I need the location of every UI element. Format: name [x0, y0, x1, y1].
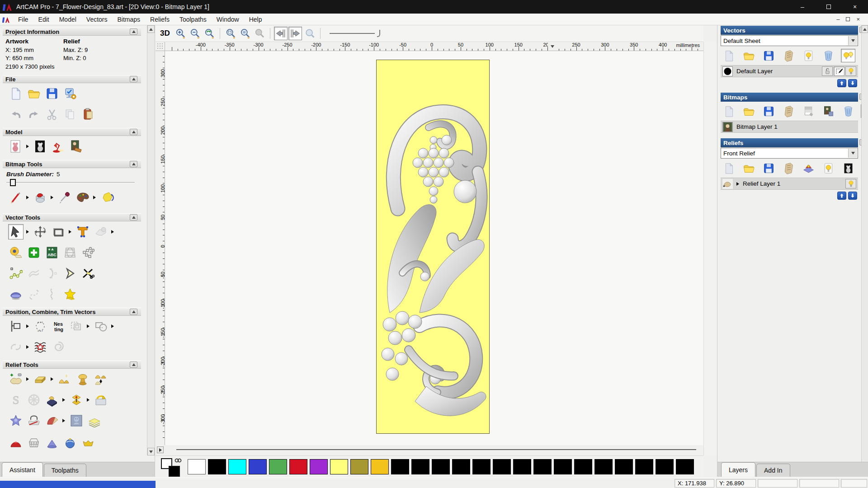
copy-gray-icon[interactable]	[62, 107, 78, 122]
flood-fill-icon[interactable]	[33, 190, 48, 205]
flyout-arrow-icon[interactable]	[51, 196, 54, 199]
2d-view-canvas[interactable]	[165, 51, 703, 445]
palette-swatch[interactable]	[472, 459, 491, 474]
teddy-gray-icon[interactable]	[33, 139, 48, 154]
menu-item-edit[interactable]: Edit	[33, 14, 54, 24]
arrow-down-blue-icon[interactable]	[848, 192, 857, 200]
paint-pencil-icon[interactable]	[8, 190, 24, 205]
collapse-section-button[interactable]	[130, 28, 137, 35]
zoom-reset-icon[interactable]	[203, 27, 216, 40]
flyout-arrow-icon[interactable]	[26, 196, 30, 199]
scroll-up-button[interactable]	[862, 25, 868, 33]
page-gray-icon[interactable]	[722, 49, 736, 62]
emboss-face-icon[interactable]	[69, 413, 84, 428]
relief-stack-icon[interactable]	[44, 392, 60, 408]
menu-item-reliefs[interactable]: Reliefs	[145, 14, 175, 24]
collapse-section-button[interactable]	[130, 161, 137, 167]
shape-yellow-icon[interactable]	[80, 434, 96, 449]
flyout-arrow-icon[interactable]	[69, 230, 72, 234]
dots-pattern-icon[interactable]	[80, 245, 96, 260]
combine-grid-gray-icon[interactable]	[69, 319, 84, 334]
trim-x-icon[interactable]	[80, 266, 96, 281]
dropdown-arrow-icon[interactable]	[848, 149, 857, 158]
basket-gray-icon[interactable]	[26, 434, 42, 449]
cap-red-icon[interactable]	[8, 434, 24, 449]
teddy-color-icon[interactable]	[8, 139, 24, 154]
teddy-bw-icon[interactable]	[841, 161, 855, 175]
arrow-up-blue-icon[interactable]	[837, 79, 846, 87]
grayscale-card-icon[interactable]	[801, 104, 816, 118]
align-left-icon[interactable]	[8, 319, 24, 334]
page-gray-icon[interactable]	[722, 161, 736, 175]
transform-icon[interactable]	[33, 224, 48, 239]
palette-swatch[interactable]	[350, 459, 368, 474]
palette-swatch[interactable]	[371, 459, 389, 474]
next-view-icon[interactable]	[288, 27, 302, 40]
flyout-arrow-icon[interactable]	[26, 145, 30, 148]
relief-layer-thumbnail[interactable]	[722, 179, 733, 189]
text-circle-icon[interactable]: e x tc u r	[33, 319, 48, 334]
expand-layer-icon[interactable]	[736, 182, 739, 186]
arrow-down-blue-icon[interactable]	[848, 79, 857, 87]
menu-item-toolpaths[interactable]: Toolpaths	[175, 14, 212, 24]
mdi-close-button[interactable]: ×	[856, 16, 860, 23]
gold-offset-icon[interactable]	[93, 371, 108, 387]
color-picker-icon[interactable]	[57, 190, 72, 205]
star-blue-icon[interactable]	[8, 413, 24, 428]
paste-icon[interactable]	[80, 107, 96, 122]
artwork-relief-preview[interactable]	[376, 60, 490, 434]
brush-diameter-slider[interactable]	[6, 179, 135, 186]
zoom-out-icon[interactable]	[188, 27, 202, 40]
palette-swatch[interactable]	[411, 459, 429, 474]
text-tool-icon[interactable]	[75, 224, 90, 239]
bulb-doc-icon[interactable]	[801, 49, 816, 62]
polyline-icon[interactable]	[8, 266, 24, 281]
menu-item-help[interactable]: Help	[244, 14, 267, 24]
flyout-arrow-icon[interactable]	[26, 345, 30, 349]
sphere-blue-icon[interactable]	[62, 434, 78, 449]
collapse-section-button[interactable]	[130, 76, 137, 82]
palette-swatch[interactable]	[249, 459, 267, 474]
page-blue-icon[interactable]	[8, 86, 24, 101]
palette-swatch[interactable]	[656, 459, 674, 474]
zoom-box-icon[interactable]	[238, 27, 252, 40]
save-floppy-icon[interactable]	[761, 161, 776, 175]
link-colors-icon[interactable]	[175, 457, 182, 464]
gold-mushroom-icon[interactable]	[75, 371, 90, 387]
sketch-gray-icon[interactable]	[26, 266, 42, 281]
relief-layer-row[interactable]: Relief Layer 1	[721, 178, 858, 190]
open-folder-icon[interactable]	[741, 161, 756, 175]
merge-tan-icon[interactable]	[781, 49, 796, 62]
palette-swatch[interactable]	[594, 459, 613, 474]
cone-blue-icon[interactable]	[44, 434, 60, 449]
doctor-gray-icon[interactable]	[93, 224, 108, 239]
save-floppy-icon[interactable]	[761, 104, 776, 118]
palette-swatch[interactable]	[269, 459, 287, 474]
green-cross-icon[interactable]	[26, 245, 42, 260]
palette-swatch[interactable]	[574, 459, 592, 474]
scrollbar-track[interactable]	[176, 449, 696, 450]
nesting-text-icon[interactable]: Nesting	[51, 319, 66, 334]
join-gray-icon[interactable]	[8, 339, 24, 355]
palette-swatch[interactable]	[208, 459, 226, 474]
palette-swatch[interactable]	[615, 459, 633, 474]
arc-gray-icon[interactable]	[44, 266, 60, 281]
page-gray-icon[interactable]	[722, 104, 736, 118]
snap-pen-icon[interactable]	[834, 66, 844, 76]
horizontal-scrollbar[interactable]	[156, 445, 703, 455]
flyout-arrow-icon[interactable]	[26, 324, 30, 328]
redo-icon[interactable]	[26, 107, 42, 122]
open-folder-icon[interactable]	[26, 86, 42, 101]
primary-secondary-colors[interactable]	[161, 458, 184, 477]
collapse-section-button[interactable]	[130, 361, 137, 368]
flyout-arrow-icon[interactable]	[51, 377, 54, 381]
palette-swatch[interactable]	[289, 459, 307, 474]
palette-icon[interactable]	[75, 190, 90, 205]
paper-stack-icon[interactable]	[87, 413, 102, 428]
palette-swatch[interactable]	[493, 459, 511, 474]
menu-item-file[interactable]: File	[13, 14, 33, 24]
diamond-stack-icon[interactable]	[69, 392, 84, 408]
mdi-restore-button[interactable]	[846, 17, 850, 21]
zoom-gray-icon[interactable]	[253, 27, 266, 40]
bitmap-layer-thumbnail[interactable]	[722, 122, 733, 132]
